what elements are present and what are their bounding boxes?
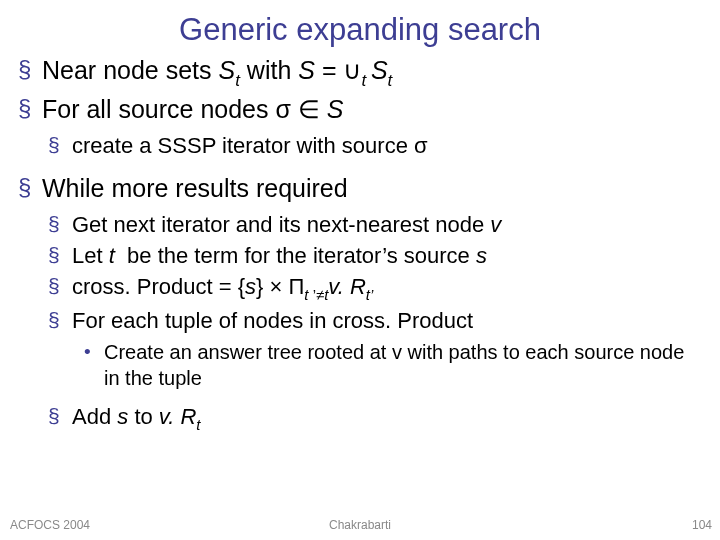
bullet-for-each-tuple: For each tuple of nodes in cross. Produc…	[48, 306, 698, 335]
bullet-get-next: Get next iterator and its next-nearest n…	[48, 210, 698, 239]
bullet-while-more: While more results required	[18, 172, 698, 204]
bullet-create-sssp: create a SSSP iterator with source σ	[48, 131, 698, 160]
bullet-add-s: Add s to v. Rt	[48, 402, 698, 434]
bullet-create-answer-tree: Create an answer tree rooted at v with p…	[82, 339, 698, 392]
slide: Generic expanding search Near node sets …	[0, 0, 720, 540]
bullet-list-level1: Near node sets St with S = ∪t St For all…	[18, 54, 698, 125]
footer-center: Chakrabarti	[0, 518, 720, 532]
bullet-for-all-source: For all source nodes σ ∈ S	[18, 93, 698, 125]
bullet-near-node-sets: Near node sets St with S = ∪t St	[18, 54, 698, 91]
bullet-list-level1-b: While more results required	[18, 172, 698, 204]
bullet-list-level2-b: Get next iterator and its next-nearest n…	[48, 210, 698, 335]
slide-content: Near node sets St with S = ∪t St For all…	[0, 54, 720, 440]
bullet-cross-product: cross. Product = {s} × Πt ’≠tv. Rt’	[48, 272, 698, 304]
bullet-let-t: Let t be the term for the iterator’s sou…	[48, 241, 698, 270]
bullet-list-level2-a: create a SSSP iterator with source σ	[48, 131, 698, 160]
bullet-list-level3: Create an answer tree rooted at v with p…	[82, 339, 698, 392]
slide-title: Generic expanding search	[0, 0, 720, 54]
footer-right: 104	[692, 518, 712, 532]
bullet-list-level2-c: Add s to v. Rt	[48, 402, 698, 434]
